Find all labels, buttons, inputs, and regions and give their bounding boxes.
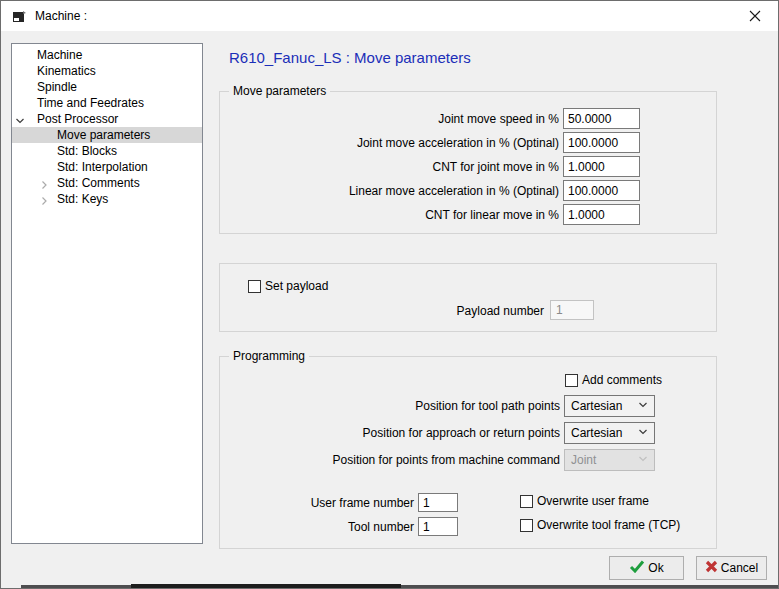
sidebar-item-std-blocks[interactable]: Std: Blocks [12, 143, 202, 159]
cancel-button-label: Cancel [721, 561, 758, 575]
move-parameters-group: Move parameters Joint move speed in % Jo… [219, 91, 717, 234]
set-payload-label: Set payload [265, 279, 328, 293]
programming-group: Programming Add comments Position for to… [219, 356, 717, 549]
window-title: Machine : [35, 9, 87, 23]
chevron-down-icon [638, 399, 648, 413]
add-comments-row: Add comments [565, 373, 662, 387]
field-row: Joint move acceleration in % (Optinal) [228, 132, 640, 153]
settings-tree: Machine Kinematics Spindle Time and Feed… [11, 43, 203, 544]
chevron-down-icon [638, 426, 648, 440]
overwrite-user-frame-label: Overwrite user frame [537, 494, 649, 508]
sidebar-item-machine[interactable]: Machine [12, 47, 202, 63]
tool-path-points-select[interactable]: Cartesian [564, 395, 655, 417]
cancel-button[interactable]: Cancel [696, 556, 767, 580]
ok-button-label: Ok [648, 561, 663, 575]
joint-move-speed-input[interactable] [563, 108, 640, 129]
group-title: Move parameters [229, 84, 330, 98]
field-row: CNT for joint move in % [228, 156, 640, 177]
chevron-right-icon[interactable] [39, 178, 49, 188]
overwrite-tool-frame-row: Overwrite tool frame (TCP) [520, 518, 680, 532]
linear-move-acceleration-input[interactable] [563, 180, 640, 201]
field-row: Linear move acceleration in % (Optinal) [228, 180, 640, 201]
sidebar-item-std-keys[interactable]: Std: Keys [12, 191, 202, 207]
user-frame-number-label: User frame number [220, 496, 414, 510]
chevron-right-icon[interactable] [39, 194, 49, 204]
add-comments-checkbox[interactable] [565, 374, 578, 387]
tool-number-input[interactable] [418, 517, 458, 536]
sidebar-item-std-comments[interactable]: Std: Comments [12, 175, 202, 191]
tool-number-label: Tool number [220, 520, 414, 534]
field-row: CNT for linear move in % [228, 204, 640, 225]
payload-number-input [550, 300, 594, 320]
check-icon [629, 560, 645, 576]
cross-icon [705, 560, 718, 576]
overwrite-user-frame-row: Overwrite user frame [520, 494, 649, 508]
taskbar-sliver-dark [131, 584, 401, 588]
joint-move-acceleration-input[interactable] [563, 132, 640, 153]
sidebar-item-time-and-feedrates[interactable]: Time and Feedrates [12, 95, 202, 111]
approach-return-points-select[interactable]: Cartesian [564, 422, 655, 444]
chevron-down-icon [638, 453, 648, 467]
sidebar-item-spindle[interactable]: Spindle [12, 79, 202, 95]
machine-command-points-label: Position for points from machine command [220, 453, 560, 467]
approach-return-points-label: Position for approach or return points [220, 426, 560, 440]
chevron-down-icon[interactable] [15, 114, 25, 124]
title-bar: Machine : [1, 1, 778, 31]
payload-group: Set payload Payload number [219, 263, 717, 332]
cnt-joint-move-input[interactable] [563, 156, 640, 177]
ok-button[interactable]: Ok [609, 556, 684, 580]
sidebar-item-std-interpolation[interactable]: Std: Interpolation [12, 159, 202, 175]
field-row: Joint move speed in % [228, 108, 640, 129]
user-frame-number-input[interactable] [418, 493, 458, 512]
overwrite-user-frame-checkbox[interactable] [520, 495, 533, 508]
page-title: R610_Fanuc_LS : Move parameters [229, 49, 471, 66]
cnt-linear-move-input[interactable] [563, 204, 640, 225]
close-icon[interactable] [732, 1, 778, 31]
sidebar-item-move-parameters[interactable]: Move parameters [12, 127, 202, 143]
overwrite-tool-frame-checkbox[interactable] [520, 519, 533, 532]
sidebar-item-kinematics[interactable]: Kinematics [12, 63, 202, 79]
sidebar-item-post-processor[interactable]: Post Processor [12, 111, 202, 127]
tool-path-points-label: Position for tool path points [220, 399, 560, 413]
overwrite-tool-frame-label: Overwrite tool frame (TCP) [537, 518, 680, 532]
machine-icon [11, 8, 27, 24]
set-payload-checkbox[interactable] [248, 280, 261, 293]
machine-command-points-select: Joint [564, 449, 655, 471]
add-comments-label: Add comments [582, 373, 662, 387]
group-title: Programming [229, 349, 309, 363]
payload-number-label: Payload number [220, 304, 544, 318]
set-payload-row: Set payload [248, 279, 328, 293]
machine-dialog: Machine : Machine Kinematics Spindle Tim… [0, 0, 779, 589]
